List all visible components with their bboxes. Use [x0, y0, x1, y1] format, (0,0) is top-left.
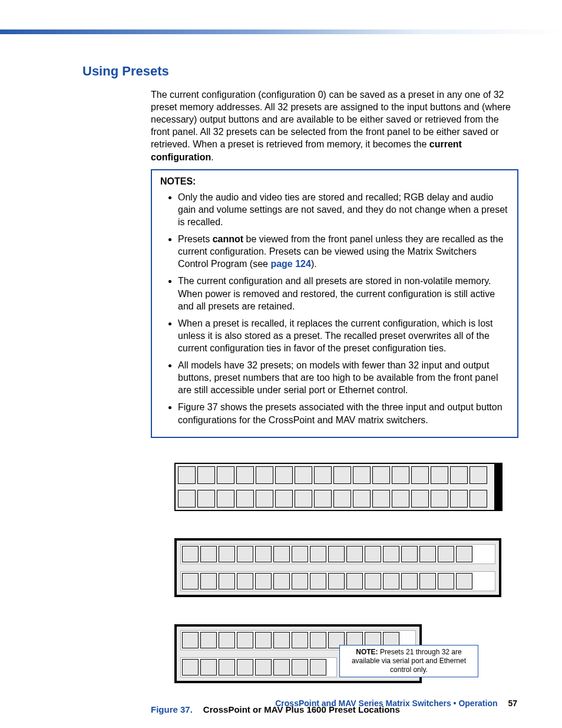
preset-button: [438, 573, 454, 589]
button-row: [180, 657, 337, 677]
preset-button: [314, 490, 332, 508]
preset-button: [401, 546, 418, 562]
preset-button: [292, 546, 308, 562]
footer-text: CrossPoint and MAV Series Matrix Switche…: [275, 699, 497, 708]
preset-button: [346, 546, 363, 562]
panel-frame: [174, 538, 501, 597]
preset-button: [182, 659, 199, 676]
preset-button: [178, 466, 196, 484]
preset-button: [273, 659, 290, 676]
top-accent-bar: [0, 29, 562, 34]
preset-button: [255, 573, 272, 589]
note-item: The current configuration and all preset…: [178, 275, 509, 312]
section-heading: Using Presets: [82, 64, 518, 79]
preset-button: [200, 659, 217, 676]
inset-note-label: NOTE:: [356, 648, 378, 656]
preset-button: [219, 546, 235, 562]
note-text: ).: [311, 259, 317, 269]
preset-button: [450, 490, 468, 508]
preset-button: [365, 573, 381, 589]
preset-button: [372, 490, 390, 508]
note-item: When a preset is recalled, it replaces t…: [178, 317, 509, 354]
note-item: All models have 32 presets; on models wi…: [178, 359, 509, 396]
panel-diagram-a: [174, 463, 518, 511]
note-item: Figure 37 shows the presets associated w…: [178, 401, 509, 426]
inset-note: NOTE: Presets 21 through 32 are availabl…: [339, 645, 478, 677]
note-text: All models have 32 presets; on models wi…: [178, 360, 498, 395]
preset-button: [310, 632, 326, 648]
notes-title: NOTES:: [160, 175, 509, 187]
figure-number: Figure 37.: [151, 704, 193, 714]
preset-button: [346, 573, 363, 589]
button-row: [180, 544, 495, 564]
preset-button: [275, 490, 293, 508]
content-area: Using Presets The current configuration …: [82, 64, 518, 714]
preset-button: [365, 546, 381, 562]
preset-button: [292, 573, 308, 589]
preset-button: [237, 573, 253, 589]
preset-button: [256, 466, 273, 484]
intro-paragraph: The current configuration (configuration…: [151, 88, 518, 163]
preset-button: [200, 546, 217, 562]
preset-button: [419, 573, 436, 589]
preset-button: [392, 466, 409, 484]
preset-button: [456, 546, 472, 562]
preset-button: [353, 466, 371, 484]
preset-button: [295, 490, 312, 508]
preset-button: [333, 466, 351, 484]
panel-diagram-c: NOTE: Presets 21 through 32 are availabl…: [174, 624, 518, 683]
preset-button: [217, 490, 234, 508]
preset-button: [273, 573, 290, 589]
preset-button: [419, 546, 436, 562]
preset-button: [200, 632, 217, 648]
preset-button: [237, 659, 253, 676]
preset-button: [236, 466, 254, 484]
preset-button: [219, 659, 235, 676]
preset-button: [273, 632, 290, 648]
preset-button: [431, 490, 448, 508]
preset-button: [275, 466, 293, 484]
notes-box: NOTES: Only the audio and video ties are…: [151, 169, 518, 438]
preset-button: [456, 573, 472, 589]
preset-button: [470, 466, 487, 484]
preset-button: [411, 490, 429, 508]
preset-button: [237, 546, 253, 562]
note-text: When a preset is recalled, it replaces t…: [178, 318, 492, 353]
note-item: Presets cannot be viewed from the front …: [178, 233, 509, 270]
preset-button: [182, 573, 199, 589]
panel-diagram-b: [174, 538, 501, 597]
preset-button: [197, 466, 215, 484]
preset-button: [431, 466, 448, 484]
preset-button: [401, 573, 418, 589]
panel-frame: NOTE: Presets 21 through 32 are availabl…: [174, 624, 422, 683]
note-text: The current configuration and all preset…: [178, 276, 495, 311]
page-link[interactable]: page 124: [270, 259, 310, 269]
preset-button: [310, 573, 326, 589]
preset-button: [295, 466, 312, 484]
preset-button: [372, 466, 390, 484]
notes-list: Only the audio and video ties are stored…: [160, 191, 509, 426]
preset-button: [411, 466, 429, 484]
page-number: 57: [508, 699, 517, 708]
preset-button: [383, 573, 399, 589]
preset-button: [273, 546, 290, 562]
preset-button: [328, 573, 345, 589]
preset-button: [470, 490, 487, 508]
preset-button: [236, 490, 254, 508]
preset-button: [314, 466, 332, 484]
preset-button: [383, 546, 399, 562]
preset-button: [310, 546, 326, 562]
page: Using Presets The current configuration …: [0, 0, 562, 728]
preset-button: [438, 546, 454, 562]
panel-frame: [174, 463, 495, 511]
page-footer: CrossPoint and MAV Series Matrix Switche…: [275, 699, 517, 708]
button-row: [178, 490, 492, 508]
intro-post: .: [211, 152, 213, 162]
preset-button: [328, 546, 345, 562]
figure-area: NOTE: Presets 21 through 32 are availabl…: [174, 463, 518, 683]
preset-button: [353, 490, 371, 508]
preset-button: [292, 659, 308, 676]
button-row: [178, 466, 492, 484]
note-text: Presets: [178, 234, 213, 244]
preset-button: [333, 490, 351, 508]
